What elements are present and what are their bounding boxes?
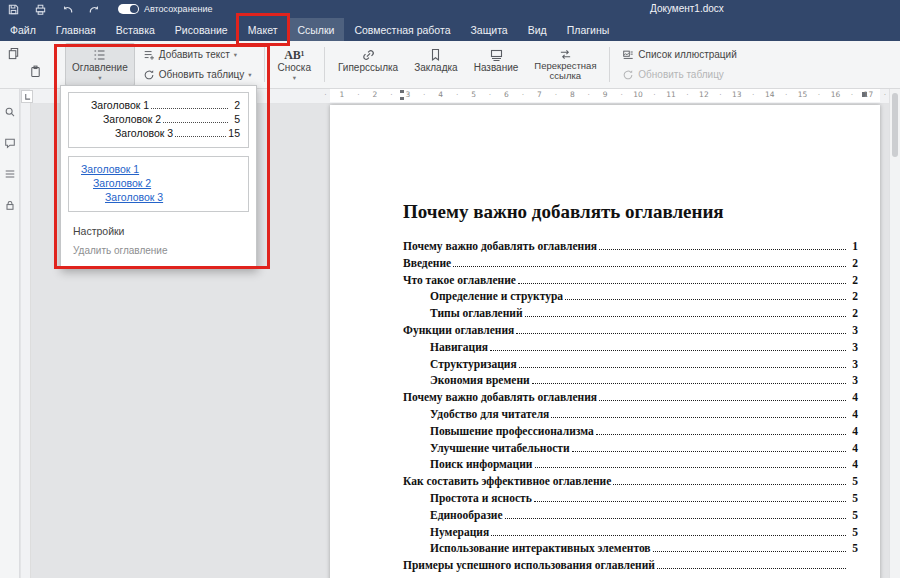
toc-entry[interactable]: Структуризация3 bbox=[403, 358, 858, 375]
footnote-icon: AB¹ bbox=[284, 48, 304, 62]
preview-entry: Заголовок 315 bbox=[77, 127, 240, 141]
tab-stop-selector[interactable] bbox=[21, 90, 33, 103]
toc-entry-label: Типы оглавлений bbox=[430, 307, 523, 319]
tab-Файл[interactable]: Файл bbox=[0, 18, 46, 41]
toc-entry-label: Повышение профессионализма bbox=[430, 425, 594, 437]
redo-button[interactable] bbox=[81, 0, 108, 18]
cross-reference-label: Перекрестная ссылка bbox=[534, 61, 596, 81]
ruler-number: 14 bbox=[765, 88, 775, 102]
document-heading[interactable]: Почему важно добавлять оглавления bbox=[403, 201, 858, 223]
toc-entry[interactable]: Нумерация5 bbox=[403, 526, 858, 543]
toc-entry[interactable]: Почему важно добавлять оглавления1 bbox=[403, 240, 858, 257]
toc-page-number: 4 bbox=[848, 408, 858, 420]
left-margin-marker[interactable] bbox=[400, 90, 404, 93]
ruler-tick: · bbox=[324, 88, 326, 102]
illustrations-list-button[interactable]: Список иллюстраций bbox=[619, 46, 739, 63]
toc-leader-dots bbox=[613, 484, 846, 485]
toc-leader-dots bbox=[565, 299, 846, 300]
undo-button[interactable] bbox=[54, 0, 81, 18]
toc-style-preview-links[interactable]: Заголовок 1Заголовок 2Заголовок 3 bbox=[68, 156, 249, 212]
tab-Вид[interactable]: Вид bbox=[518, 18, 557, 41]
tab-Ссылки[interactable]: Ссылки bbox=[287, 18, 344, 41]
toc-entry[interactable]: Экономия времени3 bbox=[403, 374, 858, 391]
preview-page-number: 5 bbox=[230, 113, 240, 125]
toc-entry[interactable]: Поиск информации4 bbox=[403, 458, 858, 475]
navigation-icon[interactable] bbox=[2, 166, 18, 182]
hyperlink-button[interactable]: Гиперссылка bbox=[331, 43, 405, 86]
tab-Защита[interactable]: Защита bbox=[460, 18, 517, 41]
tab-Плагины[interactable]: Плагины bbox=[557, 18, 620, 41]
update-table-disabled-button[interactable]: Обновить таблицу bbox=[619, 66, 739, 83]
preview-leader-dots bbox=[163, 122, 228, 123]
print-icon bbox=[34, 3, 47, 16]
caption-button[interactable]: Название bbox=[467, 43, 526, 86]
preview-page-number: 15 bbox=[228, 127, 240, 139]
preview-entry: Заголовок 25 bbox=[77, 113, 240, 127]
document-page[interactable]: Почему важно добавлять оглавления Почему… bbox=[330, 105, 880, 578]
toc-leader-dots bbox=[505, 518, 847, 519]
lock-icon[interactable] bbox=[2, 197, 18, 213]
comments-icon[interactable] bbox=[2, 135, 18, 151]
update-table-label: Обновить таблицу bbox=[159, 69, 245, 81]
tab-Совместная работа[interactable]: Совместная работа bbox=[344, 18, 460, 41]
toc-page-number: 2 bbox=[848, 257, 858, 269]
toc-entry[interactable]: Удобство для читателя4 bbox=[403, 408, 858, 425]
toc-entry[interactable]: Навигация3 bbox=[403, 341, 858, 358]
update-table-button[interactable]: Обновить таблицу ▾ bbox=[140, 66, 255, 83]
paste-icon[interactable] bbox=[29, 65, 42, 78]
toc-entry[interactable]: Простота и ясность5 bbox=[403, 492, 858, 509]
preview-link-entry: Заголовок 3 bbox=[77, 191, 240, 205]
toc-entry[interactable]: Что такое оглавление2 bbox=[403, 274, 858, 291]
ruler-tick: · bbox=[456, 88, 458, 102]
tab-Макет[interactable]: Макет bbox=[238, 18, 288, 41]
autosave-toggle[interactable] bbox=[118, 4, 139, 14]
toc-entry[interactable]: Улучшение читабельности4 bbox=[403, 442, 858, 459]
footnote-button[interactable]: AB¹ Сноска ▾ bbox=[271, 43, 318, 86]
save-button[interactable] bbox=[0, 0, 27, 18]
toc-entry[interactable]: Повышение профессионализма4 bbox=[403, 425, 858, 442]
toc-entry[interactable]: Функции оглавления3 bbox=[403, 324, 858, 341]
toc-page-number: 5 bbox=[848, 509, 858, 521]
cross-reference-button[interactable]: Перекрестная ссылка bbox=[527, 43, 603, 86]
vertical-scrollbar[interactable] bbox=[889, 88, 900, 578]
search-icon[interactable] bbox=[2, 104, 18, 120]
table-of-contents-button[interactable]: Оглавление ▾ bbox=[65, 43, 135, 86]
toc-page-number: 5 bbox=[848, 542, 858, 554]
clipboard-group bbox=[0, 41, 64, 88]
add-text-button[interactable]: Добавить текст ▾ bbox=[140, 46, 255, 63]
toc-style-preview-numbered[interactable]: Заголовок 12Заголовок 25Заголовок 315 bbox=[68, 92, 249, 148]
left-indent-marker[interactable] bbox=[400, 97, 404, 100]
illustrations-group: Список иллюстраций Обновить таблицу bbox=[615, 41, 743, 88]
toc-entry[interactable]: Почему важно добавлять оглавления4 bbox=[403, 391, 858, 408]
tab-Главная[interactable]: Главная bbox=[46, 18, 106, 41]
preview-page-number: 2 bbox=[230, 99, 240, 111]
toc-entry[interactable]: Как составить эффективное оглавление5 bbox=[403, 475, 858, 492]
preview-leader-dots bbox=[151, 108, 228, 109]
tab-Рисование[interactable]: Рисование bbox=[165, 18, 238, 41]
toc-settings-menu-item[interactable]: Настройки bbox=[61, 220, 256, 240]
toc-entry[interactable]: Использование интерактивных элементов5 bbox=[403, 542, 858, 559]
toc-tools-group: Добавить текст ▾ Обновить таблицу ▾ bbox=[136, 41, 259, 88]
bookmark-button[interactable]: Закладка bbox=[407, 43, 464, 86]
ruler-number: 15 bbox=[798, 88, 808, 102]
ruler-number: 9 bbox=[603, 88, 608, 102]
undo-icon bbox=[61, 3, 74, 16]
scrollbar-thumb[interactable] bbox=[892, 93, 898, 157]
print-button[interactable] bbox=[27, 0, 54, 18]
toc-leader-dots bbox=[599, 249, 846, 250]
tab-Вставка[interactable]: Вставка bbox=[106, 18, 165, 41]
toc-entry[interactable]: Единообразие5 bbox=[403, 509, 858, 526]
toc-entry[interactable]: Введение2 bbox=[403, 257, 858, 274]
toc-remove-menu-item[interactable]: Удалить оглавление bbox=[61, 240, 256, 259]
copy-icon[interactable] bbox=[7, 47, 20, 60]
toc-entry[interactable]: Типы оглавлений2 bbox=[403, 307, 858, 324]
toc-leader-dots bbox=[572, 451, 846, 452]
toc-entry[interactable]: Определение и структура2 bbox=[403, 290, 858, 307]
ruler-number: 2 bbox=[373, 88, 378, 102]
document-toc: Почему важно добавлять оглавления1Введен… bbox=[403, 240, 858, 576]
toc-entry-label: Использование интерактивных элементов bbox=[430, 542, 651, 554]
toc-button-label: Оглавление bbox=[72, 62, 128, 74]
toc-entry[interactable]: Примеры успешного использования оглавлен… bbox=[403, 559, 858, 576]
chevron-down-icon: ▾ bbox=[98, 74, 101, 81]
ruler-number: 12 bbox=[699, 88, 709, 102]
